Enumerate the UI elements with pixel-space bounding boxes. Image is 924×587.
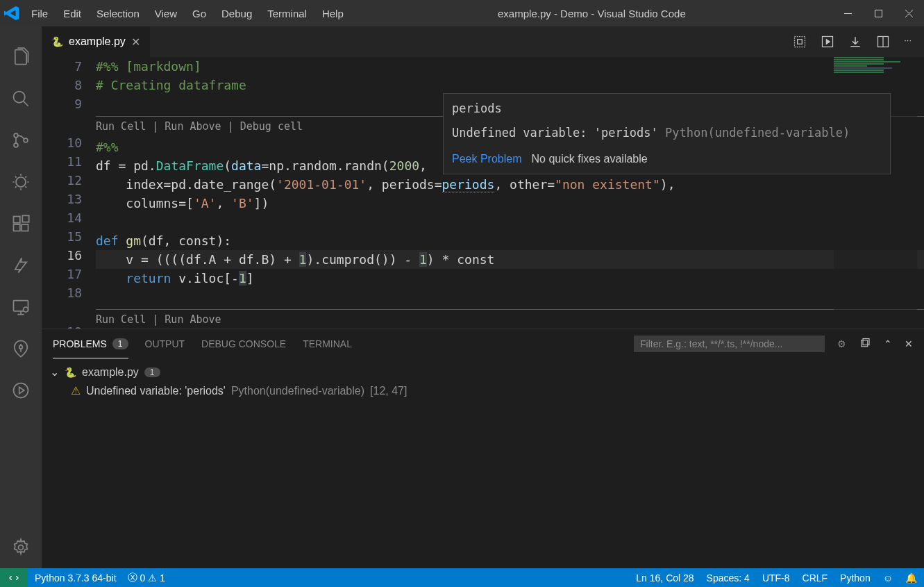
code-line: #%% [96,140,119,154]
menu-debug[interactable]: Debug [214,0,260,26]
codelens-run-cell-2[interactable]: Run Cell | Run Above [96,313,221,326]
status-cursor-position[interactable]: Ln 16, Col 28 [636,572,694,584]
run-cell-icon[interactable] [793,35,807,49]
svg-point-15 [19,545,24,550]
svg-point-13 [19,345,23,349]
titlebar: File Edit Selection View Go Debug Termin… [0,0,924,26]
hover-popup: periods Undefined variable: 'periods' Py… [443,93,891,174]
tab-example-py[interactable]: 🐍 example.py ✕ [42,26,150,57]
codelens-run-cell[interactable]: Run Cell | Run Above | Debug cell [96,120,303,133]
svg-rect-16 [795,37,805,47]
problem-location: [12, 47] [370,385,407,397]
problems-filter-input[interactable] [634,336,825,352]
problem-message: Undefined variable: 'periods' [86,385,226,397]
status-bar: Python 3.7.3 64-bit ⓧ0 ⚠1 Ln 16, Col 28 … [0,568,924,587]
tab-close-icon[interactable]: ✕ [131,35,140,49]
svg-rect-1 [875,10,882,17]
source-control-icon[interactable] [0,119,42,161]
error-icon: ⓧ [128,572,137,584]
test-icon[interactable] [0,370,42,411]
warning-icon: ⚠ [71,384,81,397]
svg-point-14 [14,383,28,398]
status-errors-warnings[interactable]: ⓧ0 ⚠1 [128,572,166,584]
svg-rect-8 [14,224,20,231]
menu-edit[interactable]: Edit [56,0,89,26]
menu-help[interactable]: Help [314,0,351,26]
hover-source: Python(undefined-variable) [665,126,850,140]
feedback-smiley-icon[interactable]: ☺ [883,572,893,584]
status-python-version[interactable]: Python 3.7.3 64-bit [35,572,117,584]
svg-point-5 [24,138,28,142]
python-file-icon: 🐍 [65,367,76,378]
tab-problems[interactable]: PROBLEMS1 [53,329,128,358]
svg-point-2 [14,92,25,103]
svg-point-6 [16,177,26,187]
problem-file-row[interactable]: ⌄ 🐍 example.py 1 [50,363,916,381]
split-editor-icon[interactable] [876,35,890,49]
azure-icon[interactable] [0,245,42,286]
svg-point-3 [14,133,18,138]
svg-rect-9 [22,224,28,231]
tab-output[interactable]: OUTPUT [145,329,185,358]
hover-message: Undefined variable: 'periods' [452,126,658,140]
status-eol[interactable]: CRLF [803,572,828,584]
download-icon[interactable] [848,35,862,49]
remote-explorer-icon[interactable] [0,286,42,328]
maximize-button[interactable] [863,0,893,26]
hover-title: periods [452,99,882,118]
chevron-down-icon: ⌄ [50,365,59,379]
problem-file-count: 1 [144,367,160,377]
activity-bar [0,26,42,568]
tab-label: example.py [69,35,126,48]
status-indentation[interactable]: Spaces: 4 [707,572,750,584]
tab-bar: 🐍 example.py ✕ ··· [42,26,924,57]
run-file-icon[interactable] [821,35,834,49]
no-quick-fix-label: No quick fixes available [532,153,648,165]
svg-point-12 [24,307,28,312]
more-actions-icon[interactable]: ··· [904,35,912,49]
menu-selection[interactable]: Selection [89,0,147,26]
status-language[interactable]: Python [840,572,871,584]
window-title: example.py - Demo - Visual Studio Code [351,8,832,19]
line-number-gutter: 7 8 9 10 11 12 13 14 15 16 17 18 19 [42,57,96,329]
menu-go[interactable]: Go [185,0,214,26]
settings-gear-icon[interactable] [0,527,42,568]
svg-rect-21 [863,339,869,345]
chevron-up-icon[interactable]: ⌃ [884,338,892,349]
close-button[interactable] [893,0,924,26]
notifications-bell-icon[interactable]: 🔔 [905,572,917,584]
problem-file-name: example.py [82,366,139,379]
explorer-icon[interactable] [0,36,42,78]
svg-rect-7 [14,217,20,223]
menubar: File Edit Selection View Go Debug Termin… [24,0,351,26]
problem-source: Python(undefined-variable) [231,385,364,397]
tab-debug-console[interactable]: DEBUG CONSOLE [201,329,286,358]
minimize-button[interactable] [832,0,863,26]
panel-close-icon[interactable]: ✕ [905,338,913,349]
python-file-icon: 🐍 [51,36,63,47]
code-line: # Creating dataframe [96,78,246,92]
status-encoding[interactable]: UTF-8 [762,572,790,584]
menu-view[interactable]: View [147,0,185,26]
remote-indicator[interactable] [0,568,28,587]
vscode-logo-icon [0,1,24,25]
svg-rect-10 [22,215,28,222]
menu-file[interactable]: File [24,0,56,26]
svg-rect-17 [798,40,803,44]
bottom-panel: PROBLEMS1 OUTPUT DEBUG CONSOLE TERMINAL … [42,329,924,568]
peek-problem-link[interactable]: Peek Problem [452,153,522,165]
svg-rect-0 [844,13,852,14]
search-icon[interactable] [0,78,42,119]
problem-item[interactable]: ⚠ Undefined variable: 'periods' Python(u… [50,381,916,400]
debug-icon[interactable] [0,161,42,203]
filter-settings-icon[interactable]: ⚙ [837,338,846,349]
collapse-all-icon[interactable] [859,338,871,350]
extensions-icon[interactable] [0,203,42,245]
code-line: #%% [markdown] [96,59,201,74]
svg-point-4 [14,143,18,147]
code-editor[interactable]: 7 8 9 10 11 12 13 14 15 16 17 18 19 #%% … [42,57,924,329]
menu-terminal[interactable]: Terminal [260,0,314,26]
svg-rect-20 [862,340,868,347]
tab-terminal[interactable]: TERMINAL [303,329,352,358]
gitlens-icon[interactable] [0,328,42,370]
